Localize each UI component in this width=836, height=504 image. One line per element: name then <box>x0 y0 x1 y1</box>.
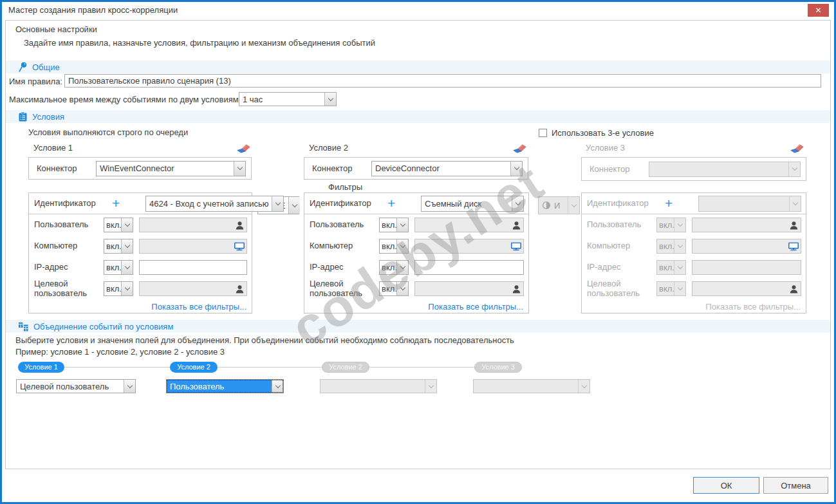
condition1-identifier-select[interactable]: 4624 - Вход с учетной записью <box>145 196 284 212</box>
computer-icon[interactable] <box>511 242 521 250</box>
chevron-down-icon[interactable] <box>272 196 283 211</box>
chevron-down-icon <box>788 162 800 176</box>
user-icon[interactable] <box>235 285 245 294</box>
add-identifier-button[interactable]: + <box>107 198 145 209</box>
chip-connector-line <box>369 367 474 368</box>
eraser-icon[interactable] <box>513 144 526 153</box>
use-third-condition-checkbox[interactable] <box>539 129 547 137</box>
user-icon[interactable] <box>235 221 245 230</box>
user-filter-label: Пользователь <box>310 220 379 230</box>
section-conditions: Условия <box>6 110 830 123</box>
computer-filter-mode-select: вкл. <box>656 239 686 254</box>
condition2-computer-input[interactable] <box>414 239 524 254</box>
user-icon[interactable] <box>512 221 521 230</box>
page-subtitle: Задайте имя правила, назначьте условия, … <box>24 38 375 48</box>
user-filter-mode-select[interactable]: вкл. <box>104 218 133 232</box>
chevron-down-icon[interactable] <box>288 197 300 214</box>
show-all-filters-link[interactable]: Показать все фильтры... <box>29 302 252 312</box>
chevron-down-icon[interactable] <box>234 162 245 176</box>
identifier-label: Идентификатор <box>34 199 107 209</box>
ip-filter-mode-select[interactable]: вкл. <box>379 260 409 275</box>
chevron-down-icon[interactable] <box>512 196 523 211</box>
join-field1-select[interactable]: Целевой пользователь <box>16 379 136 393</box>
close-button[interactable]: ✕ <box>808 4 829 17</box>
chevron-down-icon[interactable] <box>124 380 135 393</box>
target-user-filter-mode-select[interactable]: вкл. <box>379 281 409 296</box>
condition1-computer-input[interactable] <box>139 239 247 254</box>
user-icon[interactable] <box>512 285 521 294</box>
join-chip-condition2[interactable]: Условие 2 <box>170 362 218 373</box>
dialog-window: Мастер создания правил кросс-корреляции … <box>0 0 836 504</box>
user-icon <box>789 285 799 294</box>
chevron-down-icon <box>674 261 685 274</box>
condition2-title: Условие 2 <box>309 143 348 153</box>
condition1-ip-input[interactable] <box>139 260 247 275</box>
condition3-connector-select <box>649 162 801 177</box>
condition2-connector-select[interactable]: DeviceConnector <box>371 161 523 176</box>
condition2-identifier-select[interactable]: Съемный диск <box>421 196 524 212</box>
filters-label: Фильтры <box>328 182 362 192</box>
chevron-down-icon <box>568 197 579 214</box>
chevron-down-icon[interactable] <box>324 93 336 106</box>
chevron-down-icon[interactable] <box>121 282 133 295</box>
computer-filter-mode-select[interactable]: вкл. <box>104 239 133 254</box>
pin-icon <box>19 62 27 72</box>
condition1-connector-select[interactable]: WinEventConnector <box>96 161 246 176</box>
identifier-label: Идентификатор <box>587 199 660 209</box>
condition3-target-user-input <box>692 281 801 296</box>
and-operator-label: И <box>554 201 560 210</box>
ok-button[interactable]: ОК <box>693 477 759 494</box>
add-identifier-button[interactable]: + <box>382 198 421 209</box>
user-filter-mode-select: вкл. <box>656 218 686 232</box>
chevron-down-icon[interactable] <box>396 282 408 295</box>
connector-label: Коннектор <box>312 163 371 173</box>
cancel-button[interactable]: Отмена <box>763 477 828 494</box>
condition2-user-input[interactable] <box>414 218 524 232</box>
condition3-filters-panel: Идентификатор + Пользователь вкл. Компью… <box>581 192 806 313</box>
ip-filter-mode-select[interactable]: вкл. <box>104 260 133 275</box>
computer-icon[interactable] <box>234 242 245 250</box>
user-filter-mode-select[interactable]: вкл. <box>379 218 409 232</box>
ip-filter-label: IP-адрес <box>587 263 656 272</box>
target-user-filter-label: Целевой пользователь <box>310 279 379 299</box>
join-chip-condition1[interactable]: Условие 1 <box>18 362 64 373</box>
max-time-select[interactable]: 1 час <box>239 92 337 106</box>
chevron-down-icon[interactable] <box>396 261 408 274</box>
chevron-down-icon <box>425 380 436 393</box>
page-title: Основные настройки <box>15 24 97 34</box>
chevron-down-icon <box>789 196 801 211</box>
ip-filter-label: IP-адрес <box>310 263 379 272</box>
condition3-identifier-select <box>698 196 801 212</box>
rule-name-input[interactable] <box>64 74 821 88</box>
condition1-user-input[interactable] <box>139 218 247 232</box>
eraser-icon[interactable] <box>790 144 804 153</box>
close-icon: ✕ <box>815 6 821 15</box>
computer-filter-label: Компьютер <box>310 241 379 251</box>
condition2-ip-input[interactable] <box>414 260 524 275</box>
chevron-down-icon[interactable] <box>121 218 133 232</box>
ip-filter-mode-select: вкл. <box>656 260 686 275</box>
chevron-down-icon[interactable] <box>272 380 283 393</box>
section-join: Объединение событий по условиям <box>6 320 830 333</box>
rule-name-label: Имя правила: <box>9 77 62 86</box>
chevron-down-icon <box>674 282 685 295</box>
computer-filter-label: Компьютер <box>587 241 656 251</box>
computer-filter-mode-select[interactable]: вкл. <box>379 239 409 254</box>
chevron-down-icon[interactable] <box>121 261 133 274</box>
chevron-down-icon[interactable] <box>396 239 408 253</box>
chevron-down-icon[interactable] <box>396 218 408 232</box>
condition1-title: Условие 1 <box>33 143 73 153</box>
show-all-filters-link[interactable]: Показать все фильтры... <box>304 302 528 312</box>
condition3-title: Условие 3 <box>586 143 625 153</box>
chevron-down-icon[interactable] <box>121 239 133 253</box>
condition1-target-user-input[interactable] <box>139 281 247 296</box>
chevron-down-icon[interactable] <box>510 162 522 176</box>
condition2-target-user-input[interactable] <box>414 281 524 296</box>
section-join-label: Объединение событий по условиям <box>33 322 173 331</box>
eraser-icon[interactable] <box>237 144 250 153</box>
condition3-computer-input <box>692 239 801 254</box>
connector-label: Коннектор <box>37 163 96 173</box>
join-field2-select[interactable]: Пользователь <box>166 379 284 393</box>
target-user-filter-mode-select[interactable]: вкл. <box>104 281 133 296</box>
section-general: Общие <box>6 61 830 73</box>
